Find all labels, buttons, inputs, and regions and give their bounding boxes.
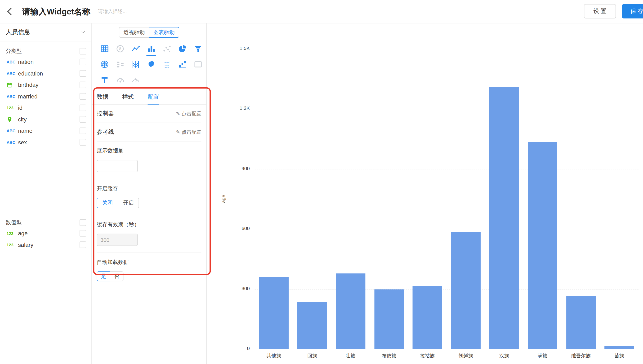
field-name: education: [18, 70, 43, 77]
text-chart-icon[interactable]: [97, 72, 112, 88]
config-tabs: 数据样式配置: [92, 90, 206, 104]
mode-tab[interactable]: 图表驱动: [149, 27, 179, 38]
widget-title[interactable]: 请输入Widget名称: [22, 6, 90, 17]
pencil-icon: ✎: [176, 111, 180, 116]
x-tick-label: 壮族: [332, 353, 370, 360]
controller-configure-link[interactable]: ✎ 点击配置: [176, 110, 202, 117]
display-count-group: 展示数据量: [97, 142, 202, 179]
bar: [374, 290, 404, 349]
auto-load-toggle: 是否: [97, 272, 202, 282]
x-tick-label: 拉祜族: [408, 353, 446, 360]
bar: [566, 296, 596, 349]
auto-load-group: 自动加载数据 是否: [97, 253, 202, 288]
wordcloud-chart-icon[interactable]: wordcloudagile BI: [159, 56, 175, 72]
abc-string-icon: ABC: [7, 94, 18, 99]
y-axis-title: age: [221, 195, 226, 203]
drive-mode-tabs: 透视驱动图表驱动: [92, 27, 206, 38]
map-chart-icon[interactable]: [144, 56, 159, 72]
waterfall-chart-icon[interactable]: [175, 56, 190, 72]
cache-option[interactable]: 开启: [118, 198, 139, 208]
auto-load-option[interactable]: 是: [97, 272, 110, 282]
field-checkbox[interactable]: [80, 82, 86, 88]
bar: [413, 286, 442, 349]
mode-tab[interactable]: 透视驱动: [119, 27, 149, 38]
config-tab-配置[interactable]: 配置: [148, 90, 159, 104]
bar-chart: age 03006009001.2K1.5K其他族回族壮族布依族拉祜族朝鲜族汉族…: [255, 49, 638, 349]
field-checkbox[interactable]: [80, 59, 86, 65]
cache-toggle-group: 开启缓存 关闭开启: [97, 179, 202, 215]
x-tick-label: 维吾尔族: [562, 353, 600, 360]
field-item[interactable]: ABCname: [0, 125, 92, 136]
field-item[interactable]: ABCsex: [0, 136, 92, 148]
field-checkbox[interactable]: [80, 242, 86, 248]
chart-config-panel: 透视驱动图表驱动 8wordcloudagile BI 数据样式配置 控制器 ✎…: [92, 23, 207, 364]
settings-button[interactable]: 设 置: [584, 4, 616, 18]
reference-line-row: 参考线 ✎ 点击配置: [97, 123, 202, 142]
dataset-selector[interactable]: 人员信息: [0, 23, 92, 42]
scatter-chart-icon: [159, 41, 175, 56]
cache-ttl-group: 缓存有效期（秒）: [97, 215, 202, 253]
pie-chart-icon[interactable]: [175, 41, 190, 56]
radar-chart-icon[interactable]: [97, 56, 112, 72]
x-tick-label: 布依族: [370, 353, 408, 360]
parallel-chart-icon[interactable]: [128, 56, 144, 72]
chart-type-grid: 8wordcloudagile BI: [92, 38, 207, 88]
abc-string-icon: ABC: [7, 60, 18, 64]
cache-option[interactable]: 关闭: [97, 198, 118, 208]
config-tab-样式[interactable]: 样式: [122, 90, 134, 104]
field-item[interactable]: 123id: [0, 102, 92, 113]
table-chart-icon[interactable]: [97, 41, 112, 56]
field-item[interactable]: city: [0, 114, 92, 125]
field-checkbox[interactable]: [80, 93, 86, 100]
abc-string-icon: ABC: [7, 140, 18, 144]
save-button[interactable]: 保 存: [622, 4, 643, 18]
line-chart-icon[interactable]: [128, 41, 144, 56]
field-item[interactable]: ABCeducation: [0, 68, 92, 79]
123-number-icon: 123: [7, 231, 18, 236]
field-name: sex: [18, 139, 27, 146]
field-item[interactable]: ABCnation: [0, 56, 92, 68]
bar-chart-icon[interactable]: [144, 41, 159, 56]
field-name: city: [18, 116, 26, 122]
gridline: [255, 289, 638, 289]
x-tick-label: 其他族: [255, 353, 293, 360]
reference-line-configure-link[interactable]: ✎ 点击配置: [176, 128, 202, 136]
bar: [259, 277, 288, 349]
svg-text:word: word: [164, 61, 170, 64]
config-tab-数据[interactable]: 数据: [97, 90, 108, 104]
calendar-icon: [7, 82, 18, 88]
field-item[interactable]: 123salary: [0, 239, 92, 250]
section-checkbox[interactable]: [80, 48, 86, 55]
field-item[interactable]: ABCmarried: [0, 91, 92, 102]
sankey-chart-icon: [112, 56, 128, 72]
bar: [528, 142, 557, 349]
gauge-chart-icon: [112, 72, 128, 88]
field-checkbox[interactable]: [80, 128, 86, 134]
field-checkbox[interactable]: [80, 230, 86, 237]
cache-toggle-label: 开启缓存: [97, 185, 202, 192]
widget-editor: 请输入Widget名称 设 置 保 存 人员信息 分类型ABCnationABC…: [0, 0, 643, 364]
back-icon[interactable]: [5, 7, 16, 17]
gridline: [255, 229, 638, 229]
field-checkbox[interactable]: [80, 116, 86, 122]
svg-text:agile BI: agile BI: [164, 66, 169, 68]
display-count-input[interactable]: [97, 160, 138, 172]
section-checkbox[interactable]: [80, 220, 86, 226]
field-checkbox[interactable]: [80, 139, 86, 146]
field-checkbox[interactable]: [80, 104, 86, 111]
speedometer-chart-icon: [128, 72, 144, 88]
y-tick-label: 1.2K: [229, 106, 250, 111]
field-item[interactable]: 123age: [0, 228, 92, 239]
abc-string-icon: ABC: [7, 71, 18, 76]
description-input[interactable]: [97, 8, 164, 15]
field-name: age: [18, 230, 28, 237]
field-item[interactable]: birthday: [0, 79, 92, 90]
bar: [451, 232, 480, 349]
auto-load-option[interactable]: 否: [110, 272, 123, 282]
y-tick-label: 1.5K: [229, 46, 250, 51]
funnel-chart-icon[interactable]: [190, 41, 206, 56]
cache-ttl-input[interactable]: [97, 234, 138, 246]
field-checkbox[interactable]: [80, 70, 86, 77]
x-tick-label: 满族: [524, 353, 562, 360]
x-axis-line: [255, 349, 638, 349]
